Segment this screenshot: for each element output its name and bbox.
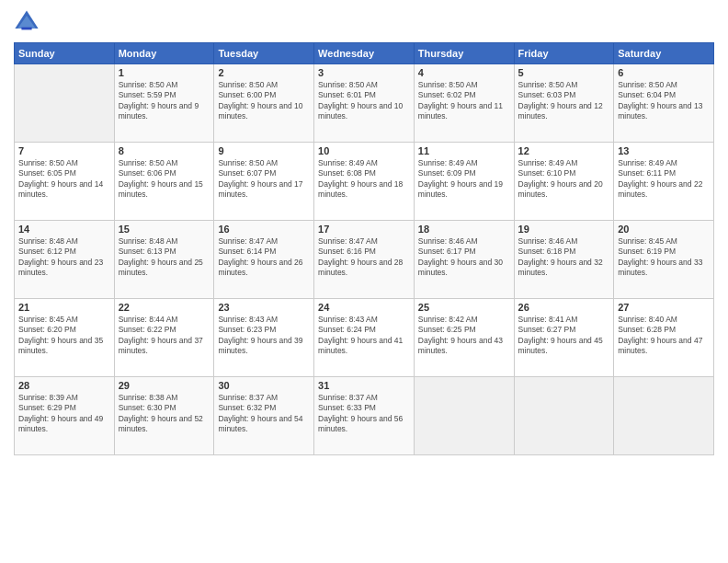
calendar-cell: 2Sunrise: 8:50 AMSunset: 6:00 PMDaylight… [214, 64, 314, 143]
svg-rect-2 [21, 28, 31, 30]
calendar-cell: 21Sunrise: 8:45 AMSunset: 6:20 PMDayligh… [15, 299, 115, 377]
day-info: Sunrise: 8:50 AMSunset: 6:07 PMDaylight:… [218, 158, 310, 201]
day-info: Sunrise: 8:38 AMSunset: 6:30 PMDaylight:… [119, 393, 210, 435]
calendar-cell: 12Sunrise: 8:49 AMSunset: 6:10 PMDayligh… [514, 143, 614, 221]
day-number: 8 [119, 145, 210, 156]
day-number: 7 [18, 145, 110, 156]
day-number: 6 [618, 67, 710, 78]
calendar-cell [414, 377, 514, 455]
calendar-cell: 13Sunrise: 8:49 AMSunset: 6:11 PMDayligh… [614, 143, 714, 221]
calendar-cell [614, 377, 714, 455]
day-info: Sunrise: 8:44 AMSunset: 6:22 PMDaylight:… [119, 315, 210, 357]
calendar-cell: 18Sunrise: 8:46 AMSunset: 6:17 PMDayligh… [414, 221, 514, 299]
calendar-cell [15, 64, 115, 143]
day-number: 29 [119, 380, 210, 391]
day-info: Sunrise: 8:48 AMSunset: 6:12 PMDaylight:… [18, 236, 110, 279]
day-info: Sunrise: 8:50 AMSunset: 5:59 PMDaylight:… [119, 80, 210, 122]
day-info: Sunrise: 8:45 AMSunset: 6:19 PMDaylight:… [618, 236, 710, 279]
day-number: 24 [318, 302, 410, 313]
weekday-header: Tuesday [214, 43, 314, 64]
day-number: 12 [518, 145, 610, 156]
day-info: Sunrise: 8:50 AMSunset: 6:04 PMDaylight:… [618, 80, 710, 122]
calendar-cell: 29Sunrise: 8:38 AMSunset: 6:30 PMDayligh… [114, 377, 214, 455]
day-info: Sunrise: 8:48 AMSunset: 6:13 PMDaylight:… [119, 236, 210, 279]
day-info: Sunrise: 8:50 AMSunset: 6:00 PMDaylight:… [218, 80, 310, 122]
day-info: Sunrise: 8:46 AMSunset: 6:18 PMDaylight:… [518, 236, 610, 279]
day-number: 9 [218, 145, 310, 156]
day-number: 11 [418, 145, 510, 156]
logo-icon [14, 9, 40, 35]
day-info: Sunrise: 8:49 AMSunset: 6:11 PMDaylight:… [618, 158, 710, 201]
calendar-cell: 25Sunrise: 8:42 AMSunset: 6:25 PMDayligh… [414, 299, 514, 377]
day-info: Sunrise: 8:43 AMSunset: 6:24 PMDaylight:… [318, 315, 410, 357]
day-info: Sunrise: 8:41 AMSunset: 6:27 PMDaylight:… [518, 315, 610, 357]
weekday-header: Friday [514, 43, 614, 64]
day-info: Sunrise: 8:50 AMSunset: 6:05 PMDaylight:… [18, 158, 110, 201]
day-info: Sunrise: 8:37 AMSunset: 6:32 PMDaylight:… [218, 393, 310, 435]
header [14, 9, 714, 35]
calendar-cell: 31Sunrise: 8:37 AMSunset: 6:33 PMDayligh… [314, 377, 415, 455]
calendar-cell: 7Sunrise: 8:50 AMSunset: 6:05 PMDaylight… [15, 143, 115, 221]
day-number: 2 [218, 67, 310, 78]
calendar-cell: 28Sunrise: 8:39 AMSunset: 6:29 PMDayligh… [15, 377, 115, 455]
day-number: 3 [318, 67, 410, 78]
day-number: 17 [318, 224, 410, 235]
day-number: 16 [218, 224, 310, 235]
logo [14, 9, 43, 35]
calendar-cell: 26Sunrise: 8:41 AMSunset: 6:27 PMDayligh… [514, 299, 614, 377]
day-number: 21 [18, 302, 110, 313]
calendar-cell: 30Sunrise: 8:37 AMSunset: 6:32 PMDayligh… [214, 377, 314, 455]
day-info: Sunrise: 8:49 AMSunset: 6:08 PMDaylight:… [318, 158, 410, 201]
calendar-cell: 24Sunrise: 8:43 AMSunset: 6:24 PMDayligh… [314, 299, 415, 377]
day-number: 28 [18, 380, 110, 391]
calendar-cell: 27Sunrise: 8:40 AMSunset: 6:28 PMDayligh… [614, 299, 714, 377]
weekday-header: Monday [114, 43, 214, 64]
calendar-cell: 17Sunrise: 8:47 AMSunset: 6:16 PMDayligh… [314, 221, 415, 299]
calendar-cell: 22Sunrise: 8:44 AMSunset: 6:22 PMDayligh… [114, 299, 214, 377]
day-number: 27 [618, 302, 710, 313]
day-info: Sunrise: 8:50 AMSunset: 6:02 PMDaylight:… [418, 80, 510, 122]
day-info: Sunrise: 8:50 AMSunset: 6:06 PMDaylight:… [119, 158, 210, 201]
day-number: 22 [119, 302, 210, 313]
day-info: Sunrise: 8:46 AMSunset: 6:17 PMDaylight:… [418, 236, 510, 279]
calendar-cell: 11Sunrise: 8:49 AMSunset: 6:09 PMDayligh… [414, 143, 514, 221]
day-number: 5 [518, 67, 610, 78]
calendar-cell: 5Sunrise: 8:50 AMSunset: 6:03 PMDaylight… [514, 64, 614, 143]
day-number: 13 [618, 145, 710, 156]
day-info: Sunrise: 8:39 AMSunset: 6:29 PMDaylight:… [18, 393, 110, 435]
calendar-cell: 16Sunrise: 8:47 AMSunset: 6:14 PMDayligh… [214, 221, 314, 299]
day-number: 18 [418, 224, 510, 235]
calendar-cell: 1Sunrise: 8:50 AMSunset: 5:59 PMDaylight… [114, 64, 214, 143]
weekday-header: Saturday [614, 43, 714, 64]
day-number: 19 [518, 224, 610, 235]
calendar-cell: 14Sunrise: 8:48 AMSunset: 6:12 PMDayligh… [15, 221, 115, 299]
day-info: Sunrise: 8:47 AMSunset: 6:16 PMDaylight:… [318, 236, 410, 279]
day-info: Sunrise: 8:40 AMSunset: 6:28 PMDaylight:… [618, 315, 710, 357]
day-info: Sunrise: 8:49 AMSunset: 6:09 PMDaylight:… [418, 158, 510, 201]
calendar-cell: 15Sunrise: 8:48 AMSunset: 6:13 PMDayligh… [114, 221, 214, 299]
main-container: SundayMondayTuesdayWednesdayThursdayFrid… [0, 0, 728, 460]
calendar-cell: 9Sunrise: 8:50 AMSunset: 6:07 PMDaylight… [214, 143, 314, 221]
day-number: 14 [18, 224, 110, 235]
day-number: 4 [418, 67, 510, 78]
weekday-header: Wednesday [314, 43, 415, 64]
day-info: Sunrise: 8:42 AMSunset: 6:25 PMDaylight:… [418, 315, 510, 357]
day-number: 10 [318, 145, 410, 156]
day-number: 25 [418, 302, 510, 313]
calendar-cell: 4Sunrise: 8:50 AMSunset: 6:02 PMDaylight… [414, 64, 514, 143]
day-info: Sunrise: 8:50 AMSunset: 6:01 PMDaylight:… [318, 80, 410, 122]
day-info: Sunrise: 8:50 AMSunset: 6:03 PMDaylight:… [518, 80, 610, 122]
day-number: 23 [218, 302, 310, 313]
day-number: 20 [618, 224, 710, 235]
calendar-cell: 3Sunrise: 8:50 AMSunset: 6:01 PMDaylight… [314, 64, 415, 143]
day-number: 1 [119, 67, 210, 78]
day-info: Sunrise: 8:47 AMSunset: 6:14 PMDaylight:… [218, 236, 310, 279]
day-info: Sunrise: 8:37 AMSunset: 6:33 PMDaylight:… [318, 393, 410, 435]
calendar-table: SundayMondayTuesdayWednesdayThursdayFrid… [14, 42, 714, 455]
day-info: Sunrise: 8:43 AMSunset: 6:23 PMDaylight:… [218, 315, 310, 357]
calendar-cell: 10Sunrise: 8:49 AMSunset: 6:08 PMDayligh… [314, 143, 415, 221]
calendar-cell [514, 377, 614, 455]
calendar-cell: 23Sunrise: 8:43 AMSunset: 6:23 PMDayligh… [214, 299, 314, 377]
day-number: 30 [218, 380, 310, 391]
calendar-cell: 20Sunrise: 8:45 AMSunset: 6:19 PMDayligh… [614, 221, 714, 299]
